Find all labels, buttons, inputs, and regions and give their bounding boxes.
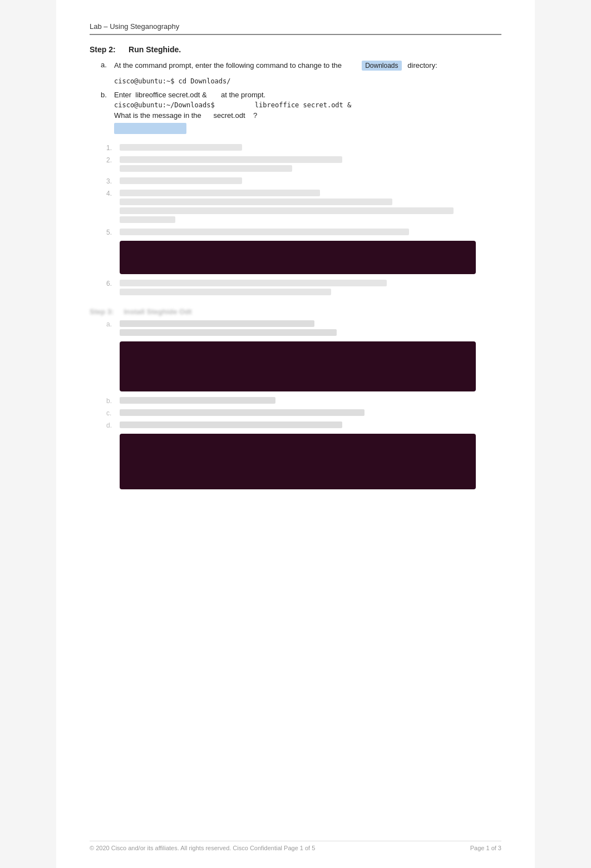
list-item-3: 3. (106, 177, 501, 186)
step-letter-b: b. (101, 91, 111, 99)
step2a-label: a. At the command prompt, enter the foll… (101, 61, 501, 75)
list-item-1: 1. (106, 144, 501, 153)
step3-item-1: a. (106, 320, 501, 338)
step2b: b. Enter libreoffice secret.odt & at the… (101, 91, 501, 138)
step2b-question: What is the message in the secret.odt ? (114, 111, 501, 120)
list-item-4: 4. (106, 190, 501, 225)
terminal-block-3-container (120, 434, 501, 489)
footer-right: Page 1 of 3 (470, 845, 501, 851)
terminal-block-3 (120, 434, 476, 489)
step3-section: Step 3: Install Steghide Odt a. b. (90, 307, 501, 489)
list-item-6: 6. (106, 280, 501, 297)
list-item-2: 2. (106, 156, 501, 174)
step3-item-2: b. (106, 397, 501, 406)
answer-box-area (114, 123, 501, 138)
step2b-code1: cisco@ubuntu:~/Downloads$ libreoffice se… (114, 101, 501, 109)
terminal-block-2-container (120, 341, 501, 391)
step2a-code: cisco@ubuntu:~$ cd Downloads/ (114, 77, 501, 85)
downloads-highlight: Downloads (362, 61, 401, 71)
header-title: Lab – Using Steganography (90, 22, 179, 31)
step2a: a. At the command prompt, enter the foll… (101, 61, 501, 85)
terminal-block-1-container (120, 241, 501, 274)
list-item-5: 5. (106, 229, 501, 237)
terminal-block-2 (120, 341, 476, 391)
step-letter-a: a. (101, 61, 111, 75)
terminal-block-1 (120, 241, 476, 274)
step3-title-blurred: Step 3: Install Steghide Odt (90, 307, 501, 316)
step3-item-4: d. (106, 421, 501, 430)
page-footer: © 2020 Cisco and/or its affiliates. All … (90, 841, 501, 851)
numbered-list-section: 1. 2. 3. 4. (106, 144, 501, 297)
step2b-label: b. Enter libreoffice secret.odt & at the… (101, 91, 501, 99)
page-container: Lab – Using Steganography Step 2: Run St… (56, 0, 535, 868)
page-header: Lab – Using Steganography (90, 22, 501, 35)
step3-items: a. b. c. (106, 320, 501, 489)
step2-title: Step 2: Run Steghide. (90, 45, 501, 54)
answer-highlight (114, 123, 186, 134)
footer-left: © 2020 Cisco and/or its affiliates. All … (90, 845, 315, 851)
step3-item-3: c. (106, 409, 501, 418)
